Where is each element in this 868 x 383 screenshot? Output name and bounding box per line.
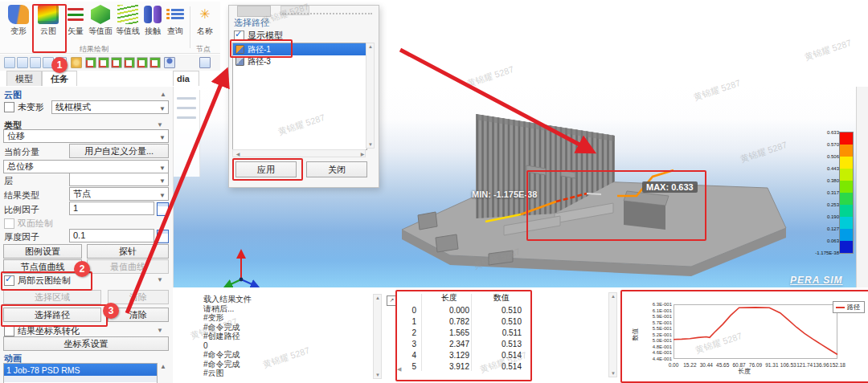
scroll-up-icon[interactable]: ▲ <box>374 295 382 300</box>
dialog-hscrollbar[interactable]: ◀ ▶ <box>232 149 366 157</box>
log-scrollbar[interactable]: ▲ ▼ <box>373 294 382 379</box>
table-row[interactable]: 00.0000.510 <box>397 305 527 316</box>
collapse-icon[interactable]: ▲ <box>160 91 166 98</box>
view-orientation-icon[interactable] <box>98 57 109 68</box>
probe-button[interactable]: 探针 <box>87 244 169 259</box>
popout-icon[interactable]: ↗ <box>387 295 397 306</box>
coord-transform-row[interactable]: 结果坐标系转化 <box>4 325 80 337</box>
undeformed-checkbox-row[interactable]: 未变形 <box>4 101 44 113</box>
ribbon-button-deform[interactable]: 变形 <box>5 5 32 43</box>
file-icon[interactable] <box>4 57 15 68</box>
table-row[interactable]: 43.1290.514 <box>397 350 527 361</box>
legend-value-label: 0.127 <box>802 226 839 231</box>
expander-icon[interactable]: ▼ <box>157 327 163 334</box>
scroll-down-icon[interactable]: ▼ <box>609 371 617 376</box>
ribbon-button-label: 变形 <box>5 26 32 37</box>
table-row[interactable]: 53.9120.514 <box>397 361 527 373</box>
checkbox-icon[interactable] <box>4 102 14 112</box>
local-contour-label: 局部云图绘制 <box>18 275 71 287</box>
scroll-left-icon[interactable]: ◀ <box>234 151 242 157</box>
scroll-right-icon[interactable]: ▶ <box>358 151 366 157</box>
view-orientation-icon[interactable] <box>137 57 148 68</box>
settings-icon[interactable] <box>71 57 82 68</box>
chart-scrollbar[interactable]: ▲ ▼ <box>608 292 617 377</box>
ribbon-button-contact[interactable]: 接触 <box>141 5 164 43</box>
apply-button[interactable]: 应用 <box>235 161 297 177</box>
folder-icon[interactable] <box>30 57 41 68</box>
path-list-item[interactable]: 路径-3 <box>233 55 366 67</box>
ribbon-button-isoline[interactable]: 等值线 <box>114 5 141 43</box>
result-type-value: 位移 <box>7 131 25 141</box>
quick-toolbar <box>0 55 220 71</box>
expander-icon[interactable]: ▼ <box>157 276 163 283</box>
component-select[interactable]: 总位移 ▼ <box>3 160 169 173</box>
checkbox-checked-icon[interactable] <box>4 275 14 286</box>
ribbon-button-name[interactable]: 名称 <box>193 5 217 43</box>
calculator-icon[interactable] <box>157 230 169 243</box>
table-row[interactable]: 32.3470.513 <box>397 339 527 350</box>
checkbox-checked-icon[interactable] <box>234 31 244 41</box>
user-defined-component-button[interactable]: 用户自定义分量... <box>69 144 169 158</box>
animation-list[interactable]: 1 Job-78 PSD RMS <box>3 363 158 383</box>
path-data-table[interactable]: 长度 数值 00.0000.51010.7820.51021.5650.5113… <box>397 291 527 377</box>
local-contour-row[interactable]: 局部云图绘制 <box>4 275 71 287</box>
result-kind-select[interactable]: 节点 ▼ <box>69 187 169 201</box>
select-path-dialog[interactable]: 选择路径 显示模型 路径-1 路径-3 ▲ ▼ ◀ ▶ 应用 关闭 <box>228 5 379 188</box>
scroll-left-icon[interactable]: ◀ <box>397 366 401 373</box>
ribbon-button-contour[interactable]: 云图 <box>34 5 63 43</box>
coord-settings-button[interactable]: 坐标系设置 <box>3 336 169 351</box>
close-button[interactable]: 关闭 <box>306 161 367 177</box>
scroll-up-icon[interactable]: ▲ <box>366 44 375 49</box>
legend-settings-button[interactable]: 图例设置 <box>3 244 82 259</box>
tab-document[interactable]: dia <box>173 71 199 86</box>
scroll-up-icon[interactable]: ▲ <box>609 294 617 299</box>
expander-icon[interactable]: ▼ <box>157 121 163 128</box>
log-line: 载入结果文件 <box>203 295 252 304</box>
table-row[interactable]: 21.5650.511 <box>397 328 527 339</box>
user-icon[interactable] <box>164 57 175 68</box>
calculator-icon[interactable] <box>157 202 169 216</box>
log-line: #命令完成 <box>203 360 252 369</box>
animation-list-item-partial[interactable] <box>4 376 157 382</box>
ribbon-button-vector[interactable]: 矢量 <box>64 5 87 43</box>
scroll-down-icon[interactable]: ▼ <box>374 373 382 377</box>
dialog-tab-stub[interactable] <box>237 6 271 17</box>
show-model-row[interactable]: 显示模型 <box>234 30 283 42</box>
dialog-vscrollbar[interactable]: ▲ ▼ <box>366 43 375 149</box>
view-orientation-icon[interactable] <box>124 57 135 68</box>
scale-factor-input[interactable]: 1 <box>69 202 154 215</box>
view-orientation-icon[interactable] <box>149 57 161 68</box>
select-path-button[interactable]: 选择路径 <box>3 308 101 322</box>
animation-list-item[interactable]: 1 Job-78 PSD RMS <box>4 364 157 376</box>
thickness-factor-input[interactable]: 0.1 <box>69 229 154 242</box>
path-list-item-selected[interactable]: 路径-1 <box>233 43 366 55</box>
model-tree-panel[interactable] <box>174 90 200 177</box>
ribbon-button-isosurface[interactable]: 等值面 <box>87 5 114 43</box>
view-orientation-icon[interactable] <box>85 57 96 68</box>
file-icon[interactable] <box>17 57 28 68</box>
result-type-select[interactable]: 位移 ▼ <box>3 129 169 143</box>
path-list[interactable]: 路径-1 路径-3 <box>232 43 367 150</box>
ribbon-button-query[interactable]: 查询 <box>164 5 186 43</box>
view-orientation-icon[interactable] <box>111 57 122 68</box>
chevron-down-icon: ▼ <box>159 189 166 202</box>
tab-model[interactable]: 模型 <box>6 71 42 86</box>
log-line: #命令完成 <box>203 323 252 332</box>
query-icon <box>165 5 186 24</box>
table-row[interactable]: 10.7820.510 <box>397 316 527 328</box>
wireframe-mode-select[interactable]: 线框模式 ▼ <box>51 100 169 114</box>
layer-select[interactable]: ▼ <box>69 173 169 186</box>
log-line: #命令完成 <box>203 350 252 360</box>
path-chart[interactable]: 数值 6.3E-0016.1E-0015.9E-0015.7E-0015.5E-… <box>624 293 866 377</box>
legend-value-label: 0.317 <box>802 190 839 195</box>
ribbon: 变形 云图 矢量 等值面 等值线 接触 查询 名称 结果绘制 节点 <box>0 2 220 54</box>
double-sided-label: 双面绘制 <box>18 218 53 230</box>
log-panel[interactable]: 载入结果文件请稍后...#变形#命令完成#创建路径0#命令完成#命令完成#云图 <box>199 287 395 383</box>
scroll-down-icon[interactable]: ▼ <box>366 142 375 147</box>
legend-value-label: 0.190 <box>802 214 839 219</box>
checkbox-icon[interactable] <box>4 326 14 336</box>
node-value-curve-button[interactable]: 节点值曲线 <box>3 259 82 274</box>
collapse-icon[interactable]: ▲ <box>160 363 166 370</box>
table-cell-index: 4 <box>399 350 416 361</box>
toolbar-icon[interactable] <box>199 57 211 68</box>
